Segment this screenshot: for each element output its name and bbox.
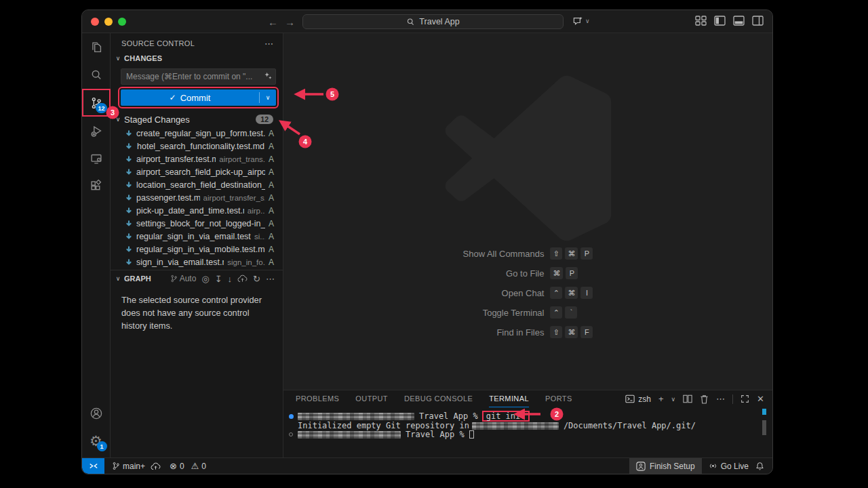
accounts-button[interactable]	[82, 399, 111, 427]
graph-pull-icon[interactable]: ↓	[228, 274, 233, 284]
staged-file-row[interactable]: create_regular_sign_up_form.test.mdA	[111, 127, 283, 140]
problems-status-button[interactable]: ⊗ 0 ⚠ 0	[170, 461, 206, 471]
markdown-file-icon	[125, 155, 133, 163]
go-live-button[interactable]: Go Live	[709, 462, 749, 471]
scm-changes-badge: 12	[96, 103, 106, 113]
sidebar-item-explorer[interactable]	[82, 33, 111, 61]
terminal-output[interactable]: Travel App % git init Initialized empty …	[289, 411, 759, 439]
staged-file-row[interactable]: pick-up_date_and_time.test.mdairp...A	[111, 204, 283, 217]
commit-button[interactable]: ✓ Commit ∨	[121, 89, 276, 106]
remote-indicator-button[interactable]	[82, 458, 104, 474]
publish-cloud-icon	[151, 462, 161, 470]
file-name: settings_block_for_not_logged-in_u...	[136, 219, 265, 228]
new-terminal-icon[interactable]: +	[658, 394, 664, 404]
staged-file-row[interactable]: sign_in_via_email.test.mdsign_in_fo...A	[111, 256, 283, 268]
terminal-command-decoration[interactable]	[289, 414, 294, 419]
close-window-button[interactable]	[91, 18, 99, 26]
sidebar-item-extensions[interactable]	[82, 172, 111, 200]
staged-file-row[interactable]: regular_sign_in_via_email.test.mdsi...A	[111, 230, 283, 243]
notifications-bell-icon[interactable]	[755, 462, 764, 471]
more-actions-icon[interactable]: ⋯	[266, 274, 275, 284]
toggle-panel-icon[interactable]	[733, 16, 745, 26]
git-init-command: git init	[482, 411, 530, 422]
staged-file-row[interactable]: passenger.test.mdairport_transfer_s...A	[111, 191, 283, 204]
git-status-added: A	[269, 219, 277, 228]
kill-terminal-trash-icon[interactable]	[700, 394, 709, 404]
staged-file-row[interactable]: location_search_field_destination_l...A	[111, 178, 283, 191]
branch-icon	[170, 274, 178, 283]
copilot-menu-button[interactable]: ∨	[572, 15, 590, 26]
navigate-forward-icon[interactable]: →	[285, 16, 295, 28]
staged-file-row[interactable]: airport_search_field_pick-up_airpor...A	[111, 165, 283, 178]
settings-button[interactable]: ⚙ 1	[82, 427, 111, 455]
terminal-prompt: Travel App %	[419, 412, 478, 420]
activity-bar: 12	[82, 33, 111, 458]
refresh-icon[interactable]: ↻	[253, 274, 260, 284]
git-status-added: A	[269, 155, 277, 164]
terminal-toolbar: zsh + ∨ ⋯ ✕	[625, 390, 764, 407]
redacted-prompt-text	[298, 431, 401, 439]
minimize-window-button[interactable]	[104, 18, 113, 26]
terminal-command-decoration[interactable]	[289, 432, 293, 436]
markdown-file-icon	[125, 258, 133, 266]
customize-layout-icon[interactable]	[695, 16, 707, 26]
staged-file-row[interactable]: settings_block_for_not_logged-in_u...A	[111, 217, 283, 230]
toggle-primary-sidebar-icon[interactable]	[714, 16, 726, 26]
commit-dropdown-chevron-icon[interactable]: ∨	[260, 94, 276, 101]
sidebar-item-remote-explorer[interactable]	[82, 144, 111, 172]
staged-file-row[interactable]: regular_sign_in_via_mobile.test.md...A	[111, 243, 283, 256]
generate-commit-message-sparkle-icon[interactable]	[263, 71, 273, 81]
graph-target-icon[interactable]: ◎	[201, 274, 209, 284]
screenshot-canvas: { "colors": { "accent": "#0078d4", "anno…	[0, 0, 868, 488]
panel-tab-problems[interactable]: PROBLEMS	[296, 390, 339, 407]
panel-tab-ports[interactable]: PORTS	[545, 390, 572, 407]
sidebar-item-search[interactable]	[82, 61, 111, 89]
commit-button-label: Commit	[180, 93, 211, 103]
staged-file-row[interactable]: hotel_search_functionality.test.mdA	[111, 140, 283, 152]
search-icon	[89, 68, 104, 83]
search-icon	[406, 18, 415, 26]
file-name: create_regular_sign_up_form.test.md	[136, 129, 265, 138]
sidebar-item-source-control[interactable]: 12	[82, 89, 111, 117]
changes-section-header[interactable]: ∨ CHANGES	[111, 51, 283, 66]
run-debug-icon	[89, 123, 104, 138]
terminal-scrollbar-thumb[interactable]	[762, 420, 766, 435]
toggle-secondary-sidebar-icon[interactable]	[752, 16, 764, 26]
terminal-shell-selector[interactable]: zsh	[625, 394, 651, 404]
more-actions-icon[interactable]: ⋯	[716, 394, 725, 404]
more-actions-icon[interactable]: ⋯	[264, 39, 273, 49]
warning-icon: ⚠	[191, 461, 199, 471]
staged-file-row[interactable]: airport_transfer.test.mdairport_trans...…	[111, 152, 283, 165]
staged-changes-header[interactable]: ∨ Staged Changes 12	[111, 112, 283, 127]
go-live-label: Go Live	[721, 462, 749, 471]
panel-tab-terminal[interactable]: TERMINAL	[489, 390, 529, 407]
navigate-back-icon[interactable]: ←	[268, 16, 278, 28]
chevron-down-icon: ∨	[113, 275, 123, 282]
zoom-window-button[interactable]	[118, 18, 126, 26]
markdown-file-icon	[125, 232, 133, 241]
sidebar-item-run-debug[interactable]	[82, 117, 111, 144]
redacted-prompt-text	[298, 413, 414, 420]
key-cap: ⌘	[550, 267, 563, 279]
shortcut-label: Find in Files	[463, 327, 545, 338]
new-terminal-dropdown-icon[interactable]: ∨	[671, 396, 676, 403]
close-panel-icon[interactable]: ✕	[757, 394, 764, 404]
shortcut-label: Show All Commands	[463, 249, 545, 259]
shortcut-keys: ⌃`	[550, 306, 593, 319]
panel-tab-debug-console[interactable]: DEBUG CONSOLE	[404, 390, 473, 407]
branch-status-button[interactable]: main+	[112, 462, 161, 471]
graph-auto-button[interactable]: Auto	[170, 274, 197, 283]
command-center-search[interactable]: Travel App	[302, 14, 564, 29]
split-terminal-icon[interactable]	[683, 394, 692, 403]
maximize-panel-icon[interactable]	[741, 394, 749, 403]
commit-message-input[interactable]	[121, 68, 276, 85]
finish-setup-button[interactable]: Finish Setup	[629, 458, 702, 474]
copilot-icon	[572, 15, 583, 26]
graph-fetch-icon[interactable]: ↧	[215, 274, 222, 284]
panel-tab-output[interactable]: OUTPUT	[355, 390, 388, 407]
explorer-files-icon	[89, 40, 104, 55]
file-description: airp...	[248, 207, 265, 215]
git-status-added: A	[269, 206, 277, 216]
remote-icon	[89, 462, 98, 470]
cloud-upload-icon[interactable]	[237, 274, 248, 283]
